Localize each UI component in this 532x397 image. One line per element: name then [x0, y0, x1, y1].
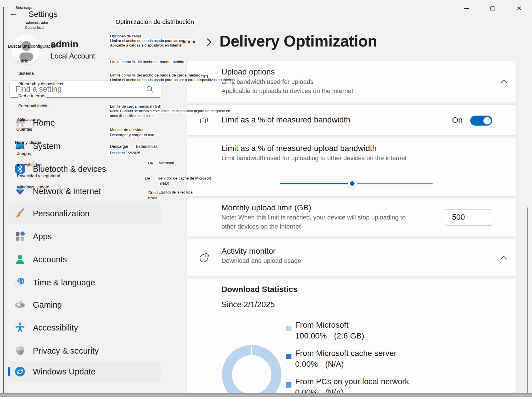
apps-icon [14, 231, 26, 242]
minimize-icon [464, 8, 469, 9]
legend-value: 0.00% (N/A) [295, 388, 344, 393]
slider-fill [280, 183, 352, 184]
sidebar-item-label: Accounts [33, 255, 67, 264]
sidebar-item-gaming[interactable]: Gaming [9, 295, 161, 315]
activity-monitor-sub: Download and upload usage [221, 257, 301, 265]
personalization-brush-icon [14, 208, 26, 219]
overlay-limit-measured: Límite como % del ancho de banda medido [109, 60, 185, 64]
ellipsis-dot [183, 41, 185, 43]
user-account-type: Local Account [51, 52, 95, 60]
monthly-limit-title: Monthly upload limit (GB) [221, 203, 311, 212]
gaming-icon [14, 299, 26, 311]
overlay-monthly-note1: Nota: Cuando se alcanza este límite, el … [109, 109, 231, 113]
app-title: Settings [29, 10, 57, 19]
legend-value: 0.00% (N/A) [295, 360, 344, 369]
sidebar-item-accounts[interactable]: Accounts [9, 249, 161, 269]
sidebar-item-apps[interactable]: Apps [9, 226, 161, 246]
legend-percent: 0.00% [295, 360, 318, 368]
slider-thumb[interactable] [348, 179, 357, 188]
overlay-limit-upload-sub: Limitar el ancho de banda usado para car… [109, 78, 236, 82]
overlay-from2-value: (N/D) [159, 181, 170, 186]
overlay-network-label: Red e Internet [18, 93, 46, 98]
sidebar-item-time-language[interactable]: Time & language [9, 273, 161, 293]
upload-options-title: Upload options [221, 67, 275, 76]
overlay-limit-upload-title: Límite como % del ancho de banda de carg… [109, 73, 201, 78]
activity-monitor-card[interactable]: Activity monitor Download and upload usa… [187, 238, 517, 277]
download-donut-chart [222, 345, 281, 393]
sidebar-item-label: Gaming [33, 300, 62, 310]
monthly-limit-input[interactable] [445, 209, 492, 225]
slider-thumb-dot [350, 181, 355, 186]
overlay-download-word2: Estadísticas [135, 144, 158, 149]
close-button[interactable]: ✕ [511, 2, 527, 15]
legend-label: From PCs on your local network [295, 377, 409, 386]
overlay-user-name: administrador [25, 21, 49, 25]
back-button[interactable]: ← [9, 8, 18, 18]
overlay-activity-title: Monitor de actividad [109, 128, 145, 132]
collapse-chevron-up-icon[interactable] [499, 78, 508, 84]
overlay-upload-sub1: Limitar el ancho de banda usado para las… [109, 39, 191, 43]
limit-bandwidth-title: Limit as a % of measured bandwidth [221, 115, 350, 124]
overlay-from2-label: De [145, 176, 151, 181]
legend-swatch [286, 354, 291, 359]
sidebar-item-personalization[interactable]: Personalization [9, 203, 161, 223]
windows-update-icon [14, 366, 26, 377]
overlay-monthly-note2: otros dispositivos en Internet [109, 114, 156, 118]
overlay-bluetooth-label: Bluetooth y dispositivos [18, 81, 64, 86]
close-icon: ✕ [517, 5, 522, 12]
legend-label: From Microsoft cache server [295, 349, 397, 358]
accounts-icon [14, 254, 26, 265]
overlay-accessibility-label: Accesibilidad [16, 162, 42, 167]
maximize-button[interactable] [484, 2, 501, 15]
bandwidth-toggle[interactable] [470, 116, 492, 126]
overlay-gaming-label: Juegos [17, 151, 31, 156]
overlay-from1-label: De [147, 161, 153, 166]
bandwidth-icon [199, 115, 209, 126]
sidebar-item-accessibility[interactable]: Accessibility [9, 318, 161, 338]
overlay-privacy-label: Privacidad y seguridad [16, 173, 61, 178]
sidebar-item-windows-update[interactable]: Windows Update [9, 362, 161, 382]
download-statistics-heading: Download Statistics [221, 285, 297, 294]
page-title: Delivery Optimization [219, 32, 377, 50]
legend-amount: (2.6 GB) [334, 331, 364, 340]
legend-amount: (N/A) [325, 360, 344, 368]
download-statistics-since: Since 2/1/2025 [221, 300, 275, 309]
overlay-time-label: Hora y idioma [14, 140, 42, 145]
overlay-since: Desde el 1/2/2025 [109, 151, 141, 155]
limit-upload-title: Limit as a % of measured upload bandwidt… [221, 144, 377, 153]
settings-window: Seta nags ← Settings ✕ administrador Cue… [0, 0, 532, 397]
overlay-fragment: n nook [147, 196, 158, 199]
overlay-system-label: Sistema [18, 71, 34, 76]
upload-slider[interactable] [280, 179, 433, 188]
sidebar-item-label: Personalization [33, 209, 89, 218]
overlay-download-word1: Descargar [109, 144, 129, 149]
legend-percent: 100.00% [295, 331, 327, 340]
upload-options-card[interactable]: Upload options Limit bandwidth used for … [187, 61, 517, 102]
overlay-apps-label: Aplicaciones [16, 117, 41, 122]
monthly-note-line1: Note: When this limit is reached, your d… [221, 214, 405, 221]
sidebar-item-privacy-security[interactable]: Privacy & security [9, 341, 161, 361]
overlay-windows-update-label: Windows Update [16, 184, 50, 189]
minimize-button[interactable] [458, 2, 475, 15]
overlay-upload-title: Opciones de carga [109, 34, 142, 39]
limit-bandwidth-row[interactable]: Limit as a % of measured bandwidth On [187, 104, 517, 136]
legend-percent: 0.00% [295, 388, 318, 393]
sidebar-item-label: Bluetooth & devices [33, 164, 106, 174]
legend-swatch [286, 326, 291, 331]
monthly-limit-row: Monthly upload limit (GB) Note: When thi… [187, 199, 517, 236]
overlay-page-title: Optimización de distribución [115, 18, 195, 25]
sidebar-item-label: Windows Update [33, 367, 95, 376]
vertical-scrollbar[interactable] [527, 207, 528, 393]
accessibility-icon [14, 322, 26, 333]
donut-legend: From Microsoft 100.00% (2.6 GB) From Mic… [286, 321, 503, 393]
sidebar-item-label: Accessibility [33, 323, 78, 332]
limit-upload-row: Limit as a % of measured upload bandwidt… [187, 138, 517, 197]
search-icon[interactable] [146, 85, 154, 94]
ellipsis-dot [193, 41, 195, 43]
breadcrumb-ellipsis[interactable] [183, 41, 195, 43]
collapse-chevron-up-icon[interactable] [499, 255, 508, 261]
overlay-from1: Microsoft [158, 161, 175, 165]
toggle-knob [483, 117, 491, 124]
overlay-home-label: Inicio [18, 59, 29, 63]
ellipsis-dot [188, 41, 190, 43]
